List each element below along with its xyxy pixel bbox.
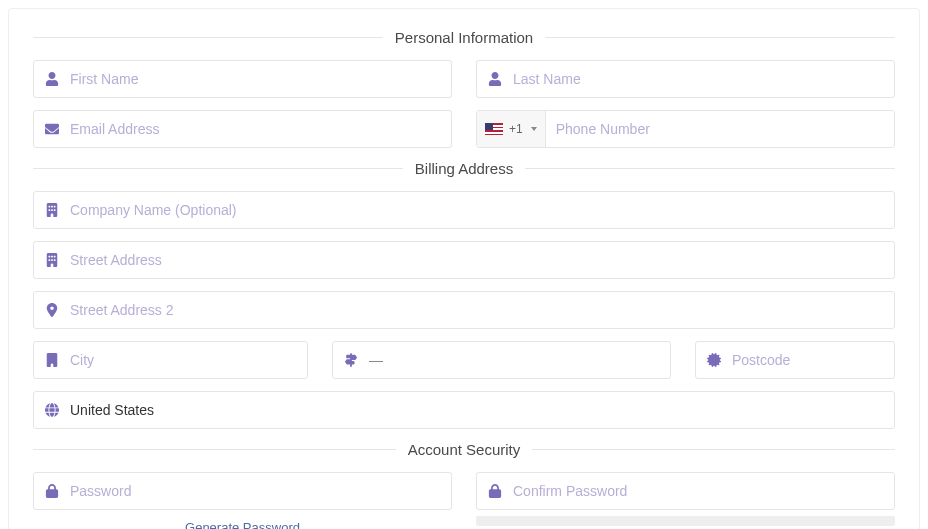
state-field[interactable]: — (332, 341, 671, 379)
user-icon (44, 72, 60, 86)
section-title-billing: Billing Address (403, 160, 525, 177)
chevron-down-icon (531, 127, 537, 131)
lock-icon (44, 484, 60, 498)
section-divider-security: Account Security (33, 441, 895, 458)
us-flag-icon (485, 123, 503, 135)
envelope-icon (44, 122, 60, 136)
street2-input[interactable] (70, 302, 884, 318)
city-input[interactable] (70, 352, 297, 368)
lock-icon (487, 484, 503, 498)
building-icon (44, 353, 60, 367)
confirm-password-input[interactable] (513, 483, 884, 499)
password-strength-bar (476, 516, 895, 526)
email-field[interactable] (33, 110, 452, 148)
password-field[interactable] (33, 472, 452, 510)
user-icon (487, 72, 503, 86)
company-input[interactable] (70, 202, 884, 218)
city-field[interactable] (33, 341, 308, 379)
confirm-password-field[interactable] (476, 472, 895, 510)
postcode-input[interactable] (732, 352, 907, 368)
building-icon (44, 253, 60, 267)
certificate-icon (706, 353, 722, 367)
country-field[interactable]: United States (33, 391, 895, 429)
map-marker-icon (44, 303, 60, 317)
last-name-field[interactable] (476, 60, 895, 98)
phone-input[interactable] (546, 111, 894, 147)
section-title-personal: Personal Information (383, 29, 545, 46)
section-title-security: Account Security (396, 441, 533, 458)
first-name-field[interactable] (33, 60, 452, 98)
phone-field[interactable]: +1 (476, 110, 895, 148)
signpost-icon (343, 353, 359, 367)
section-divider-personal: Personal Information (33, 29, 895, 46)
street2-field[interactable] (33, 291, 895, 329)
street1-input[interactable] (70, 252, 884, 268)
state-value: — (369, 352, 660, 368)
password-input[interactable] (70, 483, 441, 499)
country-value: United States (70, 402, 884, 418)
street1-field[interactable] (33, 241, 895, 279)
building-icon (44, 203, 60, 217)
phone-country-selector[interactable]: +1 (477, 111, 546, 147)
company-field[interactable] (33, 191, 895, 229)
dial-code: +1 (509, 122, 523, 136)
registration-form: Personal Information (8, 8, 920, 529)
postcode-field[interactable] (695, 341, 895, 379)
first-name-input[interactable] (70, 71, 441, 87)
section-divider-billing: Billing Address (33, 160, 895, 177)
email-input[interactable] (70, 121, 441, 137)
last-name-input[interactable] (513, 71, 884, 87)
generate-password-link[interactable]: Generate Password (33, 510, 452, 529)
globe-icon (44, 403, 60, 417)
